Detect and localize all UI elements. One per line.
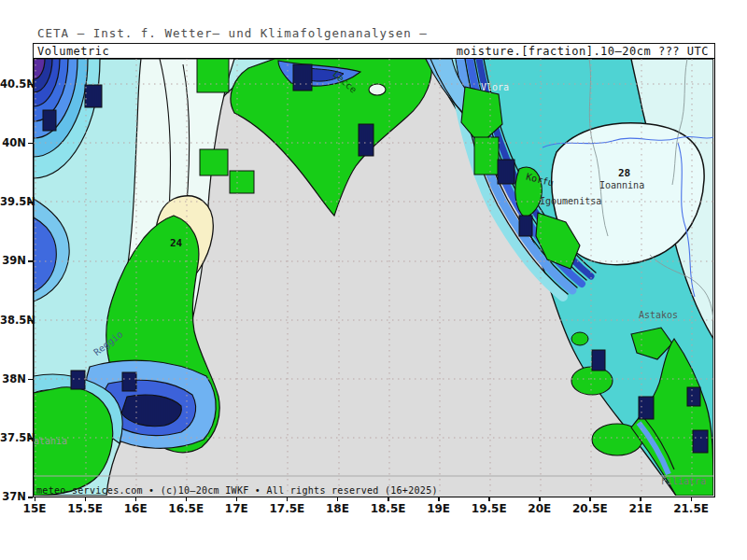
lat-tick-label: 40N — [0, 136, 26, 149]
lat-tick-label: 39N — [0, 254, 26, 267]
lon-tick-label: 15E — [11, 502, 58, 515]
copyright-line: meteo–services.com • (c)10–20cm IWKF • A… — [36, 485, 438, 496]
lon-tick — [85, 497, 87, 501]
lon-tick-label: 20.5E — [567, 502, 613, 515]
lon-tick — [337, 497, 339, 501]
lon-tick-label: 17E — [213, 502, 260, 515]
contour-map-art — [34, 59, 713, 496]
lon-tick-label: 16.5E — [162, 502, 209, 515]
lon-tick — [438, 497, 440, 501]
contour-label-28: 28 — [618, 168, 630, 178]
lon-tick — [640, 497, 641, 501]
lon-tick — [287, 497, 289, 501]
place-label-filiatra: Filiatra — [661, 477, 706, 486]
lat-tick — [28, 260, 33, 262]
lat-tick-label: 39.5N — [0, 195, 26, 208]
contour-label-24: 24 — [170, 238, 182, 248]
lon-tick — [539, 497, 541, 501]
weather-map-page: CETA – Inst. f. Wetter– und Klimafolgena… — [0, 0, 747, 560]
lat-tick-label: 38N — [0, 372, 26, 385]
map-header-bar: Volumetric moisture.[fraction].10–20cm ?… — [33, 43, 715, 59]
lat-tick-label: 38.5N — [0, 314, 26, 327]
lat-tick-label: 40.5N — [0, 77, 26, 91]
lat-tick-label: 37N — [0, 490, 26, 503]
lon-tick-label: 19E — [416, 502, 462, 515]
lon-tick-label: 18E — [314, 502, 360, 515]
lon-tick-label: 20E — [516, 502, 563, 515]
variable-label: Volumetric — [37, 45, 109, 58]
lon-tick-label: 21E — [617, 502, 664, 515]
lon-tick-label: 16E — [112, 502, 159, 515]
lon-tick-label: 18.5E — [365, 502, 412, 515]
place-label-catania: Catania — [33, 437, 67, 446]
lat-tick — [28, 379, 33, 381]
lon-tick — [589, 497, 591, 501]
lat-tick-label: 37.5N — [0, 431, 26, 444]
place-label-vlora: Vlora — [481, 83, 509, 92]
place-label-igoumenitsa: Igoumenitsa — [540, 197, 601, 206]
place-label-ioannina: Ioannina — [599, 181, 644, 190]
lon-tick — [135, 497, 137, 501]
lon-tick-label: 17.5E — [263, 502, 310, 515]
field-time-label: moisture.[fraction].10–20cm ??? UTC — [457, 45, 709, 58]
lon-tick — [488, 497, 490, 501]
map-canvas: Lecce Vlora Korfu 28 Ioannina Igoumenits… — [33, 58, 715, 497]
lon-tick-label: 15.5E — [62, 502, 108, 515]
lon-tick — [35, 497, 36, 501]
lon-tick — [186, 497, 188, 501]
lon-tick-label: 21.5E — [668, 502, 714, 515]
lon-tick-label: 19.5E — [466, 502, 513, 515]
lat-tick — [28, 143, 33, 145]
lon-tick — [236, 497, 238, 501]
place-label-astakos: Astakos — [639, 311, 678, 320]
page-title: CETA – Inst. f. Wetter– und Klimafolgena… — [37, 26, 428, 40]
lat-tick — [28, 497, 33, 498]
lon-tick — [691, 497, 693, 501]
lon-tick — [388, 497, 389, 501]
